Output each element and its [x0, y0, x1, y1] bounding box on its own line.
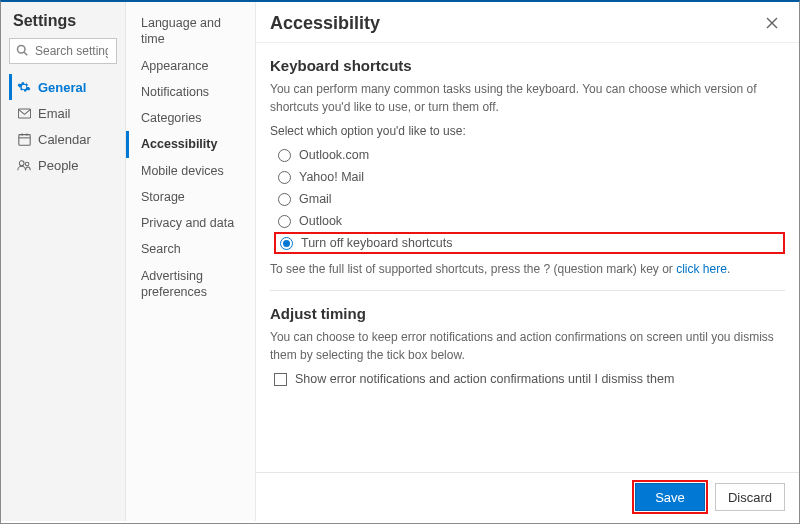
content-pane: Accessibility Keyboard shortcuts You can… — [256, 2, 799, 521]
subnav-item-notifications[interactable]: Notifications — [126, 79, 255, 105]
nav-label: General — [38, 80, 86, 95]
radio-outlook-com[interactable]: Outlook.com — [274, 144, 785, 166]
subnav-item-appearance[interactable]: Appearance — [126, 53, 255, 79]
radio-label: Gmail — [299, 192, 332, 206]
footer-bar: Save Discard — [256, 472, 799, 521]
radio-icon — [280, 237, 293, 250]
section-adjust-timing-title: Adjust timing — [270, 305, 785, 322]
radio-icon — [278, 171, 291, 184]
checkbox-icon — [274, 373, 287, 386]
settings-subnav: Language and time Appearance Notificatio… — [126, 2, 256, 521]
timing-desc: You can choose to keep error notificatio… — [270, 328, 785, 364]
save-button[interactable]: Save — [635, 483, 705, 511]
settings-sidebar: Settings General Email Calen — [1, 2, 126, 521]
close-icon — [766, 17, 778, 29]
checkbox-label: Show error notifications and action conf… — [295, 372, 674, 386]
people-icon — [16, 159, 32, 172]
section-keyboard-shortcuts-title: Keyboard shortcuts — [270, 57, 785, 74]
subnav-item-categories[interactable]: Categories — [126, 105, 255, 131]
envelope-icon — [16, 107, 32, 120]
radio-icon — [278, 193, 291, 206]
nav-label: Email — [38, 106, 71, 121]
subnav-item-storage[interactable]: Storage — [126, 184, 255, 210]
radio-icon — [278, 149, 291, 162]
close-button[interactable] — [759, 10, 785, 36]
discard-button[interactable]: Discard — [715, 483, 785, 511]
radio-gmail[interactable]: Gmail — [274, 188, 785, 210]
search-field[interactable] — [9, 38, 117, 64]
nav-label: Calendar — [38, 132, 91, 147]
radio-label: Turn off keyboard shortcuts — [301, 236, 452, 250]
shortcuts-prompt: Select which option you'd like to use: — [270, 124, 785, 138]
subnav-item-privacy[interactable]: Privacy and data — [126, 210, 255, 236]
shortcuts-radio-group: Outlook.com Yahoo! Mail Gmail Outlook Tu… — [274, 144, 785, 254]
calendar-icon — [16, 133, 32, 146]
svg-line-1 — [24, 52, 27, 55]
shortcuts-desc: You can perform many common tasks using … — [270, 80, 785, 116]
radio-yahoo[interactable]: Yahoo! Mail — [274, 166, 785, 188]
nav-item-people[interactable]: People — [9, 152, 117, 178]
subnav-item-search[interactable]: Search — [126, 236, 255, 262]
svg-point-7 — [19, 160, 24, 165]
section-divider — [270, 290, 785, 291]
nav-item-calendar[interactable]: Calendar — [9, 126, 117, 152]
svg-point-0 — [18, 45, 26, 53]
subnav-item-advertising[interactable]: Advertising preferences — [126, 263, 255, 306]
nav-item-general[interactable]: General — [9, 74, 117, 100]
svg-rect-3 — [18, 134, 29, 145]
radio-turn-off[interactable]: Turn off keyboard shortcuts — [274, 232, 785, 254]
search-icon — [16, 44, 28, 59]
radio-outlook[interactable]: Outlook — [274, 210, 785, 232]
radio-icon — [278, 215, 291, 228]
nav-item-email[interactable]: Email — [9, 100, 117, 126]
page-title: Accessibility — [270, 13, 380, 34]
radio-label: Outlook — [299, 214, 342, 228]
timing-checkbox-row[interactable]: Show error notifications and action conf… — [274, 372, 785, 386]
click-here-link[interactable]: click here — [676, 262, 727, 276]
search-input[interactable] — [33, 43, 110, 59]
subnav-item-accessibility[interactable]: Accessibility — [126, 131, 255, 157]
nav-label: People — [38, 158, 78, 173]
svg-point-8 — [25, 162, 29, 166]
subnav-item-language[interactable]: Language and time — [126, 10, 255, 53]
shortcuts-hint: To see the full list of supported shortc… — [270, 262, 785, 276]
radio-label: Outlook.com — [299, 148, 369, 162]
subnav-item-mobile[interactable]: Mobile devices — [126, 158, 255, 184]
gear-icon — [16, 80, 32, 94]
radio-label: Yahoo! Mail — [299, 170, 364, 184]
settings-title: Settings — [13, 12, 117, 30]
